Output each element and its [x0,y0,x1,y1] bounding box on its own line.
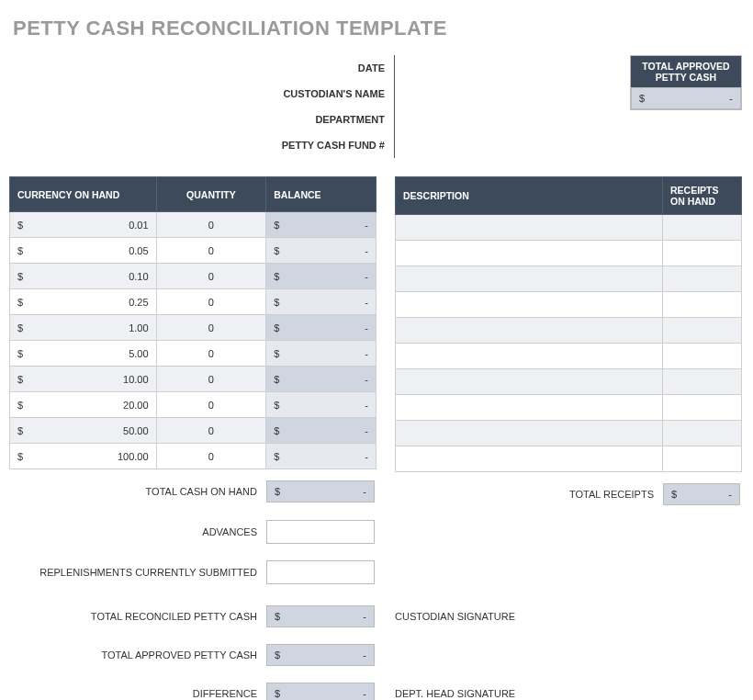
amt-cell[interactable] [663,318,742,344]
amt-cell[interactable] [663,215,742,241]
denom-cell[interactable]: $0.05 [10,238,157,264]
balance-cell: $- [266,289,376,315]
balance-cell: $- [266,212,376,238]
advances-row: ADVANCES [9,519,376,545]
qty-cell[interactable]: 0 [156,418,266,444]
total-approved-value[interactable]: $ - [631,87,741,109]
table-row [396,318,742,344]
denom-cell[interactable]: $0.25 [10,289,157,315]
col-balance: BALANCE [266,177,376,212]
qty-cell[interactable]: 0 [156,315,266,341]
label-petty-cash-fund: PETTY CASH FUND # [9,132,394,158]
label-difference: DIFFERENCE [9,688,266,699]
qty-cell[interactable]: 0 [156,264,266,289]
qty-cell[interactable]: 0 [156,367,266,392]
qty-cell[interactable]: 0 [156,392,266,418]
denom-cell[interactable]: $0.10 [10,264,157,289]
total-reconciled-value: $- [266,605,375,627]
balance-cell: $- [266,341,376,367]
amt-cell[interactable] [663,395,742,421]
table-row [396,421,742,446]
amt-cell[interactable] [663,241,742,266]
label-custodian-signature: CUSTODIAN SIGNATURE [395,611,742,622]
amt-cell[interactable] [663,266,742,292]
amt-cell[interactable] [663,292,742,318]
qty-cell[interactable]: 0 [156,341,266,367]
label-date: DATE [9,55,394,81]
denom-cell[interactable]: $50.00 [10,418,157,444]
table-row [396,241,742,266]
amt-cell[interactable] [663,446,742,472]
qty-cell[interactable]: 0 [156,212,266,238]
table-row [396,344,742,369]
amt-cell[interactable] [663,344,742,369]
advances-input[interactable] [266,520,375,544]
table-row [396,446,742,472]
table-row [396,395,742,421]
table-row: $0.250$- [10,289,376,315]
table-row: $10.000$- [10,367,376,392]
balance-cell: $- [266,418,376,444]
total-receipts-row: TOTAL RECEIPTS $- [395,481,742,507]
denom-cell[interactable]: $100.00 [10,444,157,469]
total-approved-header: TOTAL APPROVED PETTY CASH [631,56,741,87]
label-advances: ADVANCES [9,526,266,537]
desc-cell[interactable] [396,215,663,241]
total-reconciled-row: TOTAL RECONCILED PETTY CASH $- CUSTODIAN… [9,604,742,629]
table-row: $5.000$- [10,341,376,367]
currency-value: - [729,93,733,104]
page-title: PETTY CASH RECONCILIATION TEMPLATE [13,17,744,40]
col-currency-on-hand: CURRENCY ON HAND [10,177,157,212]
total-approved-value-bottom: $- [266,644,375,666]
header-labels: DATE CUSTODIAN'S NAME DEPARTMENT PETTY C… [9,55,395,158]
total-approved-box: TOTAL APPROVED PETTY CASH $ - [630,55,742,110]
col-description: DESCRIPTION [396,177,663,215]
balance-cell: $- [266,444,376,469]
desc-cell[interactable] [396,241,663,266]
table-row [396,292,742,318]
label-dept-head-signature: DEPT. HEAD SIGNATURE [395,688,742,699]
qty-cell[interactable]: 0 [156,238,266,264]
denom-cell[interactable]: $1.00 [10,315,157,341]
table-row: $1.000$- [10,315,376,341]
total-receipts-value: $- [663,483,740,505]
difference-value: $- [266,683,375,700]
col-receipts-on-hand: RECEIPTS ON HAND [663,177,742,215]
label-total-approved: TOTAL APPROVED PETTY CASH [9,649,266,660]
replenishments-input[interactable] [266,560,375,584]
label-custodian-name: CUSTODIAN'S NAME [9,81,394,107]
desc-cell[interactable] [396,369,663,395]
desc-cell[interactable] [396,266,663,292]
denom-cell[interactable]: $0.01 [10,212,157,238]
amt-cell[interactable] [663,421,742,446]
table-row: $0.100$- [10,264,376,289]
table-row [396,215,742,241]
balance-cell: $- [266,367,376,392]
qty-cell[interactable]: 0 [156,289,266,315]
desc-cell[interactable] [396,421,663,446]
denom-cell[interactable]: $10.00 [10,367,157,392]
denom-cell[interactable]: $20.00 [10,392,157,418]
balance-cell: $- [266,238,376,264]
total-cash-on-hand-row: TOTAL CASH ON HAND $- [9,479,376,504]
table-row: $0.010$- [10,212,376,238]
label-total-cash-on-hand: TOTAL CASH ON HAND [9,486,266,497]
desc-cell[interactable] [396,395,663,421]
table-row [396,369,742,395]
receipts-table: DESCRIPTION RECEIPTS ON HAND [395,176,742,472]
label-department: DEPARTMENT [9,107,394,132]
amt-cell[interactable] [663,369,742,395]
total-cash-on-hand-value: $- [266,480,375,502]
currency-on-hand-table: CURRENCY ON HAND QUANTITY BALANCE $0.010… [9,176,376,469]
qty-cell[interactable]: 0 [156,444,266,469]
desc-cell[interactable] [396,446,663,472]
denom-cell[interactable]: $5.00 [10,341,157,367]
desc-cell[interactable] [396,344,663,369]
balance-cell: $- [266,264,376,289]
desc-cell[interactable] [396,318,663,344]
difference-row: DIFFERENCE $- DEPT. HEAD SIGNATURE [9,681,742,700]
table-row [396,266,742,292]
label-total-receipts: TOTAL RECEIPTS [395,489,663,500]
desc-cell[interactable] [396,292,663,318]
table-row: $50.000$- [10,418,376,444]
